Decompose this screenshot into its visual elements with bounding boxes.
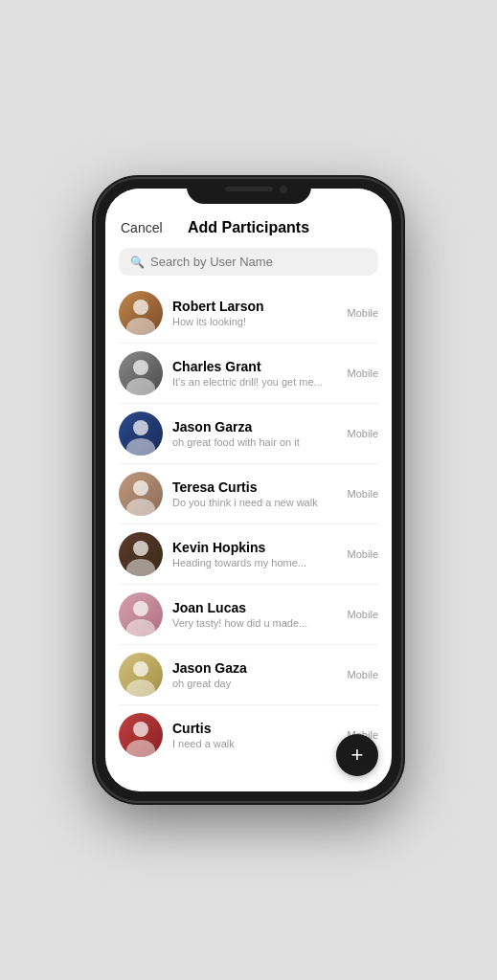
contact-info: Jason Gaza oh great day — [172, 660, 340, 689]
contact-badge: Mobile — [348, 548, 378, 560]
contact-info: Curtis I need a walk — [172, 721, 340, 749]
header: Cancel Add Participants — [105, 215, 392, 244]
contact-info: Robert Larson How its looking! — [172, 299, 340, 327]
list-item[interactable]: Teresa Curtis Do you think i need a new … — [119, 464, 378, 524]
phone-screen: Cancel Add Participants 🔍 Robert Larson … — [105, 189, 392, 791]
contact-name: Charles Grant — [172, 359, 340, 374]
phone-frame: Cancel Add Participants 🔍 Robert Larson … — [96, 179, 401, 801]
avatar — [119, 351, 163, 395]
contact-badge: Mobile — [348, 488, 378, 500]
phone-speaker — [225, 187, 273, 191]
contact-status: It's an electric drill! you get me... — [172, 376, 340, 388]
contact-status: oh great day — [172, 678, 340, 689]
search-bar[interactable]: 🔍 — [119, 248, 378, 276]
contact-name: Joan Lucas — [172, 600, 340, 615]
list-item[interactable]: Kevin Hopkins Heading towards my home...… — [119, 524, 378, 585]
list-item[interactable]: Jason Garza oh great food with hair on i… — [119, 404, 378, 464]
contact-status: Very tasty! how did u made... — [172, 617, 340, 629]
contact-status: Do you think i need a new walk — [172, 497, 340, 508]
avatar — [119, 472, 163, 516]
contact-name: Teresa Curtis — [172, 479, 340, 495]
fab-icon: + — [351, 743, 364, 768]
contact-badge: Mobile — [348, 609, 378, 620]
list-item[interactable]: Jason Gaza oh great day Mobile — [119, 645, 378, 705]
fab-button[interactable]: + — [336, 734, 378, 776]
phone-notch — [187, 179, 311, 204]
list-item[interactable]: Charles Grant It's an electric drill! yo… — [119, 344, 378, 404]
contact-info: Charles Grant It's an electric drill! yo… — [172, 359, 340, 388]
avatar — [119, 532, 163, 576]
list-item[interactable]: Robert Larson How its looking! Mobile — [119, 283, 378, 344]
cancel-button[interactable]: Cancel — [121, 220, 163, 235]
contact-status: I need a walk — [172, 738, 340, 749]
contact-badge: Mobile — [348, 307, 378, 319]
contact-status: How its looking! — [172, 316, 340, 327]
page-title: Add Participants — [188, 219, 309, 236]
avatar — [119, 653, 163, 697]
contact-name: Jason Gaza — [172, 660, 340, 676]
contact-info: Joan Lucas Very tasty! how did u made... — [172, 600, 340, 629]
contact-info: Teresa Curtis Do you think i need a new … — [172, 479, 340, 508]
contact-badge: Mobile — [348, 368, 378, 379]
avatar — [119, 592, 163, 636]
screen-content: Robert Larson How its looking! Mobile Ch… — [105, 283, 392, 791]
list-item[interactable]: Joan Lucas Very tasty! how did u made...… — [119, 585, 378, 645]
contact-info: Kevin Hopkins Heading towards my home... — [172, 540, 340, 568]
contact-name: Kevin Hopkins — [172, 540, 340, 555]
contact-badge: Mobile — [348, 669, 378, 680]
contact-status: Heading towards my home... — [172, 557, 340, 568]
avatar — [119, 713, 163, 757]
contact-list: Robert Larson How its looking! Mobile Ch… — [105, 283, 392, 791]
contact-status: oh great food with hair on it — [172, 436, 340, 448]
phone-camera — [280, 186, 287, 193]
avatar — [119, 412, 163, 456]
contact-badge: Mobile — [348, 428, 378, 439]
search-input[interactable] — [150, 255, 367, 269]
contact-info: Jason Garza oh great food with hair on i… — [172, 419, 340, 448]
contact-name: Robert Larson — [172, 299, 340, 314]
search-icon: 🔍 — [130, 256, 145, 269]
avatar — [119, 291, 163, 335]
contact-name: Jason Garza — [172, 419, 340, 434]
contact-name: Curtis — [172, 721, 340, 736]
